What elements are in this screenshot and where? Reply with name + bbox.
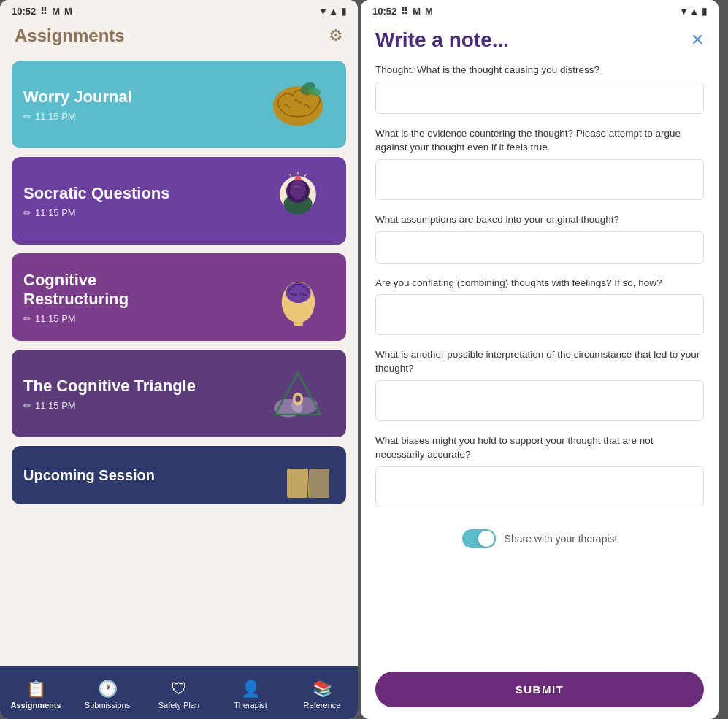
mail-icon: M	[52, 6, 60, 17]
nav-therapist[interactable]: 👤 Therapist	[215, 680, 286, 710]
head-illustration	[261, 172, 334, 230]
form-group-4: Are you conflating (combining) thoughts …	[375, 277, 704, 339]
right-header: Write a note... ✕	[361, 20, 719, 58]
worry-journal-card[interactable]: Worry Journal ✏ 11:15 PM	[12, 61, 346, 148]
person-icon: 👤	[241, 680, 261, 699]
note-form: Thought: What is the thought causing you…	[361, 58, 719, 669]
nav-assignments-label: Assignments	[10, 701, 61, 710]
left-screen: 10:52 ⠿ M M ▾ ▲ ▮ Assignments ⚙ Worry Jo…	[0, 0, 358, 719]
nav-safety-label: Safety Plan	[158, 701, 199, 710]
card-time: ✏ 11:15 PM	[23, 313, 261, 324]
field-label-2: What is the evidence countering the thou…	[375, 127, 704, 155]
grid-icon: ⠿	[401, 6, 408, 17]
bottom-nav: 📋 Assignments 🕐 Submissions 🛡 Safety Pla…	[0, 666, 358, 719]
form-group-6: What biases might you hold to support yo…	[375, 434, 704, 510]
book-illustration	[283, 461, 334, 504]
wifi-icon: ▾	[321, 6, 326, 17]
settings-icon[interactable]: ⚙	[329, 26, 343, 45]
mail2-icon: M	[64, 6, 72, 17]
mail-icon: M	[413, 6, 421, 17]
field-label-5: What is another possible interpretation …	[375, 348, 704, 376]
biases-input[interactable]	[375, 466, 704, 507]
svg-rect-20	[309, 469, 329, 498]
svg-point-12	[286, 282, 310, 302]
signal-icon: ▲	[329, 6, 338, 17]
pencil-icon: ✏	[23, 313, 31, 324]
toggle-knob	[478, 531, 494, 547]
pencil-icon: ✏	[23, 111, 31, 122]
conflating-input[interactable]	[375, 294, 704, 335]
svg-rect-13	[293, 320, 302, 326]
page-title: Assignments	[15, 26, 125, 46]
status-right: ▾ ▲ ▮	[681, 6, 707, 17]
assignments-list: Worry Journal ✏ 11:15 PM	[0, 55, 358, 666]
close-button[interactable]: ✕	[691, 31, 704, 50]
grid-icon: ⠿	[40, 6, 47, 17]
status-left: 10:52 ⠿ M M	[12, 6, 72, 17]
card-title: Socratic Questions	[23, 184, 261, 203]
card-time: ✏ 11:15 PM	[23, 400, 261, 411]
nav-reference[interactable]: 📚 Reference	[286, 680, 358, 710]
nav-therapist-label: Therapist	[234, 701, 267, 710]
field-label-3: What assumptions are baked into your ori…	[375, 213, 704, 227]
card-content: The Cognitive Triangle ✏ 11:15 PM	[23, 377, 261, 411]
right-screen: 10:52 ⠿ M M ▾ ▲ ▮ Write a note... ✕ Thou…	[361, 0, 719, 719]
submit-button[interactable]: SUBMIT	[375, 672, 704, 707]
shield-icon: 🛡	[171, 680, 187, 699]
card-title: The Cognitive Triangle	[23, 377, 261, 396]
brain-illustration	[261, 75, 334, 134]
card-content: Socratic Questions ✏ 11:15 PM	[23, 184, 261, 218]
nav-submissions[interactable]: 🕐 Submissions	[72, 680, 143, 710]
wifi-icon: ▾	[681, 6, 686, 17]
clipboard-icon: 📋	[26, 680, 46, 699]
interpretation-input[interactable]	[375, 380, 704, 421]
assumptions-input[interactable]	[375, 231, 704, 264]
pencil-icon: ✏	[23, 400, 31, 411]
mail2-icon: M	[425, 6, 433, 17]
evidence-input[interactable]	[375, 159, 704, 200]
upcoming-session-card[interactable]: Upcoming Session	[12, 446, 346, 504]
pencil-icon: ✏	[23, 207, 31, 218]
nav-assignments[interactable]: 📋 Assignments	[0, 680, 72, 710]
thought-input[interactable]	[375, 82, 704, 114]
cognitive-triangle-card[interactable]: The Cognitive Triangle ✏ 11:15 PM	[12, 350, 346, 437]
battery-icon: ▮	[341, 6, 346, 17]
cognitive-restructuring-card[interactable]: CognitiveRestructuring ✏ 11:15 PM	[12, 253, 346, 341]
field-label-4: Are you conflating (combining) thoughts …	[375, 277, 704, 291]
share-row: Share with your therapist	[375, 520, 704, 554]
left-status-bar: 10:52 ⠿ M M ▾ ▲ ▮	[0, 0, 358, 20]
field-label-1: Thought: What is the thought causing you…	[375, 64, 704, 77]
form-group-1: Thought: What is the thought causing you…	[375, 64, 704, 117]
upcoming-title: Upcoming Session	[23, 467, 155, 484]
svg-line-21	[307, 469, 309, 498]
nav-safety-plan[interactable]: 🛡 Safety Plan	[143, 680, 215, 710]
svg-line-9	[304, 174, 307, 177]
form-group-3: What assumptions are baked into your ori…	[375, 213, 704, 266]
nav-reference-label: Reference	[304, 701, 341, 710]
share-label: Share with your therapist	[505, 533, 618, 545]
status-right: ▾ ▲ ▮	[321, 6, 346, 17]
clock-icon: 🕐	[98, 680, 118, 699]
socratic-questions-card[interactable]: Socratic Questions ✏ 11:15 PM	[12, 157, 346, 245]
left-header: Assignments ⚙	[0, 20, 358, 55]
field-label-6: What biases might you hold to support yo…	[375, 434, 704, 462]
card-time: ✏ 11:15 PM	[23, 207, 261, 218]
nav-submissions-label: Submissions	[85, 701, 130, 710]
share-toggle[interactable]	[462, 529, 496, 548]
svg-point-18	[295, 396, 300, 402]
books-icon: 📚	[313, 680, 332, 699]
triangle-illustration	[261, 364, 334, 423]
time-right: 10:52	[372, 6, 396, 17]
battery-icon: ▮	[702, 6, 707, 17]
brain-head-illustration	[261, 268, 334, 326]
note-title: Write a note...	[375, 28, 509, 52]
signal-icon: ▲	[689, 6, 699, 17]
svg-line-10	[289, 174, 291, 177]
svg-point-7	[290, 180, 305, 200]
svg-rect-19	[287, 469, 307, 498]
time-left: 10:52	[12, 6, 36, 17]
card-content: CognitiveRestructuring ✏ 11:15 PM	[23, 271, 261, 324]
right-status-bar: 10:52 ⠿ M M ▾ ▲ ▮	[361, 0, 719, 20]
card-content: Worry Journal ✏ 11:15 PM	[23, 88, 261, 122]
status-left: 10:52 ⠿ M M	[372, 6, 433, 17]
